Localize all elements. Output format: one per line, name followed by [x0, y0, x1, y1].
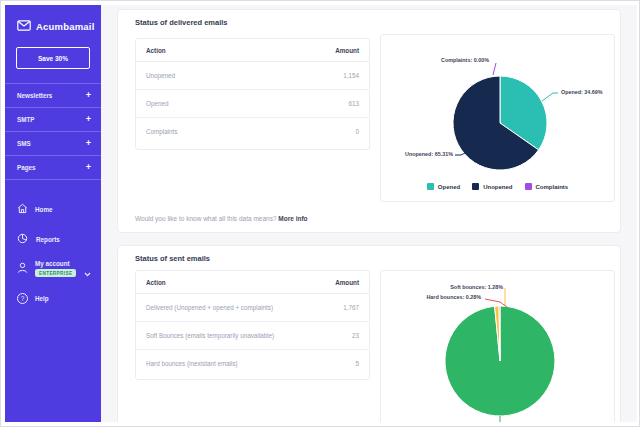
delivered-pie-chart-card: Complaints: 0.00% Opened: 34.69% Unopene… [380, 34, 615, 202]
sidebar-item-label: Pages [17, 164, 36, 171]
row-amount: 613 [262, 90, 369, 118]
row-amount: 1,767 [316, 294, 369, 322]
help-icon: ? [17, 293, 28, 304]
hard-bounces-callout: Hard bounces: 0.28% [381, 294, 481, 300]
table-row: Unopened 1,154 [136, 62, 369, 90]
row-action: Soft Bounces (emails temporarily unavail… [136, 322, 316, 350]
sidebar-icon-menu: Home Reports [5, 194, 101, 310]
home-icon [17, 200, 28, 218]
sidebar-item-pages[interactable]: Pages + [5, 156, 101, 179]
soft-bounces-callout: Soft bounces: 1.28% [399, 284, 503, 290]
sidebar-item-label: SMTP [17, 116, 35, 123]
info-text: Would you like to know what all this dat… [135, 215, 277, 222]
reports-icon [17, 230, 29, 248]
pie-legend: Opened Unopened Complaints [381, 183, 614, 190]
legend-item-opened: Opened [427, 183, 460, 190]
expand-plus-icon[interactable]: + [86, 163, 91, 172]
panel-title: Status of delivered emails [135, 18, 228, 27]
delivered-table-card: Action Amount Unopened 1,154 Opened 613 [135, 38, 370, 150]
row-action: Delivered (Unopened + opened + complaint… [136, 294, 316, 322]
table-row: Delivered (Unopened + opened + complaint… [136, 294, 369, 322]
table-row: Opened 613 [136, 90, 369, 118]
sidebar-item-my-account[interactable]: My account ENTERPRISE [5, 254, 101, 287]
envelope-icon [17, 17, 31, 35]
sidebar-item-label: My account [35, 260, 76, 267]
complaints-callout: Complaints: 0.00% [385, 57, 489, 63]
sent-table-card: Action Amount Delivered (Unopened + open… [135, 270, 370, 380]
sent-table: Action Amount Delivered (Unopened + open… [136, 271, 369, 377]
row-action: Complaints [136, 118, 262, 146]
row-action: Unopened [136, 62, 262, 90]
brand-logo[interactable]: Acumbamail [5, 5, 101, 35]
sent-pie-chart-card: Soft bounces: 1.28% Hard bounces: 0.28% [380, 270, 615, 422]
table-row: Hard bounces (inexistant emails) 5 [136, 350, 369, 378]
sidebar-item-help[interactable]: ? Help [5, 287, 101, 310]
column-header-action: Action [136, 39, 262, 62]
app-window: Acumbamail Save 30% Newsletters + SMTP +… [0, 0, 640, 427]
chevron-down-icon[interactable] [84, 263, 91, 281]
complaints-leader-line [493, 63, 496, 75]
table-row: Soft Bounces (emails temporarily unavail… [136, 322, 369, 350]
sidebar-item-label: Home [35, 206, 53, 213]
opened-leader-line [542, 93, 558, 101]
table-row: Complaints 0 [136, 118, 369, 146]
sidebar-item-newsletters[interactable]: Newsletters + [5, 84, 101, 107]
sent-status-panel: Status of sent emails Action Amount Deli… [117, 245, 621, 422]
more-info-link[interactable]: More info [278, 215, 307, 222]
row-amount: 0 [262, 118, 369, 146]
panel-title: Status of sent emails [135, 254, 210, 263]
data-meaning-info: Would you like to know what all this dat… [135, 215, 308, 222]
enterprise-badge: ENTERPRISE [35, 269, 76, 277]
opened-callout: Opened: 34.69% [561, 89, 615, 95]
delivered-table: Action Amount Unopened 1,154 Opened 613 [136, 39, 369, 145]
expand-plus-icon[interactable]: + [86, 91, 91, 100]
save-30-button[interactable]: Save 30% [16, 47, 90, 69]
column-header-amount: Amount [262, 39, 369, 62]
sidebar-item-sms[interactable]: SMS + [5, 132, 101, 155]
row-amount: 1,154 [262, 62, 369, 90]
sidebar-item-smtp[interactable]: SMTP + [5, 108, 101, 131]
sidebar-item-label: Newsletters [17, 92, 52, 99]
column-header-amount: Amount [316, 271, 369, 294]
delivered-status-panel: Status of delivered emails Action Amount… [117, 9, 621, 233]
brand-name: Acumbamail [36, 21, 95, 32]
legend-swatch [427, 183, 434, 190]
unopened-callout: Unopened: 65.31% [383, 151, 453, 157]
main-content: Status of delivered emails Action Amount… [101, 5, 637, 422]
sidebar-item-label: SMS [17, 140, 31, 147]
sidebar-item-label: Help [35, 295, 49, 302]
sidebar: Acumbamail Save 30% Newsletters + SMTP +… [5, 5, 101, 422]
sidebar-item-reports[interactable]: Reports [5, 224, 101, 254]
legend-swatch [525, 183, 532, 190]
row-amount: 23 [316, 322, 369, 350]
column-header-action: Action [136, 271, 316, 294]
sidebar-item-home[interactable]: Home [5, 194, 101, 224]
sidebar-item-label: Reports [36, 236, 60, 243]
legend-item-unopened: Unopened [472, 183, 512, 190]
account-icon [17, 260, 28, 278]
row-amount: 5 [316, 350, 369, 378]
divider [5, 179, 101, 180]
legend-item-complaints: Complaints [525, 183, 569, 190]
expand-plus-icon[interactable]: + [86, 139, 91, 148]
legend-swatch [472, 183, 479, 190]
expand-plus-icon[interactable]: + [86, 115, 91, 124]
row-action: Opened [136, 90, 262, 118]
row-action: Hard bounces (inexistant emails) [136, 350, 316, 378]
